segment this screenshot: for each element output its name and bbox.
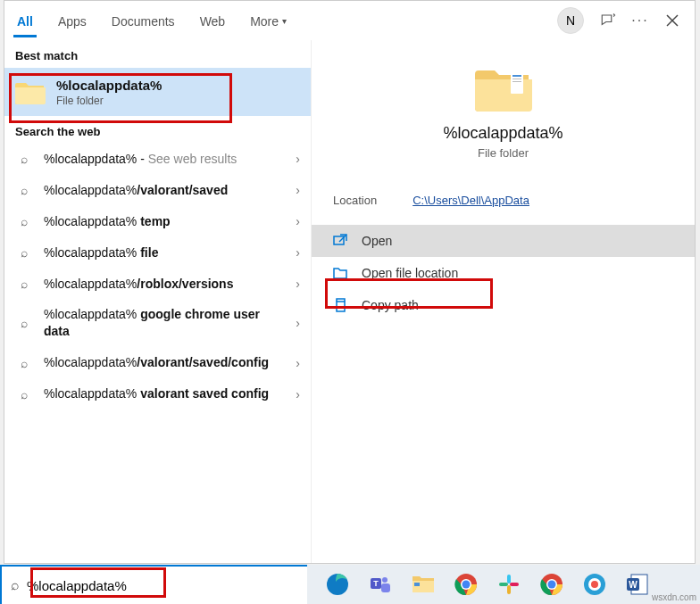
svg-point-16 — [462, 581, 471, 589]
tab-more[interactable]: More ▾ — [238, 4, 299, 37]
svg-rect-11 — [381, 583, 390, 592]
result-text: %localappdata% - See web results — [44, 151, 285, 168]
snagit-icon[interactable] — [582, 572, 607, 597]
svg-point-26 — [591, 581, 598, 588]
chevron-right-icon[interactable]: › — [296, 316, 300, 330]
best-match-text: %localappdata% File folder — [56, 78, 162, 107]
chrome-icon[interactable] — [539, 572, 564, 597]
preview-pane: %localappdata% File folder Location C:\U… — [312, 40, 695, 563]
section-best-match: Best match — [4, 40, 311, 68]
result-text: %localappdata% file — [44, 244, 285, 261]
search-input[interactable] — [27, 578, 298, 593]
action-label: Open — [362, 234, 392, 248]
web-result[interactable]: ⌕ %localappdata%/roblox/versions › — [4, 269, 311, 300]
action-label: Open file location — [362, 266, 458, 280]
more-icon[interactable]: ··· — [632, 12, 648, 29]
web-result[interactable]: ⌕ %localappdata% valorant saved config › — [4, 378, 311, 410]
web-result[interactable]: ⌕ %localappdata%/valorant/saved › — [4, 175, 311, 206]
svg-point-23 — [548, 581, 556, 589]
tab-label: Apps — [58, 14, 87, 29]
folder-icon — [333, 266, 349, 280]
location-row: Location C:\Users\Dell\AppData — [312, 176, 695, 225]
chrome-icon[interactable] — [454, 572, 479, 597]
search-icon: ⌕ — [15, 277, 33, 291]
chevron-right-icon[interactable]: › — [296, 245, 300, 260]
folder-icon — [15, 77, 46, 107]
svg-text:W: W — [629, 580, 638, 590]
svg-rect-18 — [499, 583, 508, 586]
result-text: %localappdata% temp — [44, 213, 285, 230]
location-label: Location — [333, 194, 377, 207]
result-text: %localappdata%/valorant/saved/config — [44, 354, 285, 371]
search-icon: ⌕ — [15, 387, 33, 401]
svg-rect-7 — [337, 302, 345, 311]
preview-header: %localappdata% File folder — [312, 40, 695, 176]
chevron-right-icon[interactable]: › — [296, 356, 300, 370]
svg-text:T: T — [373, 579, 379, 588]
web-result[interactable]: ⌕ %localappdata% google chrome user data… — [4, 299, 311, 347]
word-icon[interactable]: W — [625, 572, 650, 597]
svg-rect-13 — [414, 583, 420, 586]
action-copy-path[interactable]: Copy path — [312, 289, 695, 321]
svg-rect-19 — [507, 585, 511, 594]
avatar-letter: N — [566, 13, 575, 28]
teams-icon[interactable]: T — [368, 572, 393, 597]
tab-web[interactable]: Web — [188, 4, 238, 37]
preview-title: %localappdata% — [443, 124, 562, 143]
avatar[interactable]: N — [557, 7, 584, 34]
chevron-right-icon[interactable]: › — [296, 214, 300, 228]
search-icon: ⌕ — [15, 183, 33, 197]
svg-rect-20 — [510, 583, 519, 586]
result-text: %localappdata%/roblox/versions — [44, 276, 285, 293]
header: All Apps Documents Web More ▾ N ··· — [4, 1, 695, 40]
taskbar-icons: T W — [307, 572, 650, 597]
search-icon: ⌕ — [15, 152, 33, 166]
best-match-item[interactable]: %localappdata% File folder — [4, 68, 311, 116]
search-icon: ⌕ — [11, 577, 20, 593]
search-icon: ⌕ — [15, 316, 33, 330]
tabs: All Apps Documents Web More ▾ — [4, 4, 557, 37]
web-result[interactable]: ⌕ %localappdata% temp › — [4, 206, 311, 237]
result-text: %localappdata%/valorant/saved — [44, 182, 285, 199]
web-result[interactable]: ⌕ %localappdata%/valorant/saved/config › — [4, 347, 311, 378]
web-result[interactable]: ⌕ %localappdata% - See web results › — [4, 144, 311, 175]
close-icon[interactable] — [664, 12, 680, 29]
tab-apps[interactable]: Apps — [46, 4, 99, 37]
tab-all[interactable]: All — [4, 4, 46, 37]
edge-icon[interactable] — [325, 572, 350, 597]
feedback-icon[interactable] — [600, 12, 616, 29]
action-open-location[interactable]: Open file location — [312, 257, 695, 289]
search-icon: ⌕ — [15, 245, 33, 260]
search-box[interactable]: ⌕ — [0, 565, 307, 604]
tab-documents[interactable]: Documents — [99, 4, 188, 37]
header-right: N ··· — [557, 7, 686, 34]
chevron-right-icon[interactable]: › — [296, 183, 300, 197]
preview-subtitle: File folder — [478, 146, 529, 160]
taskbar: ⌕ T W — [0, 565, 700, 604]
tab-label: All — [17, 14, 33, 29]
svg-rect-4 — [512, 79, 521, 79]
chevron-right-icon[interactable]: › — [296, 387, 300, 401]
file-explorer-icon[interactable] — [411, 572, 436, 597]
best-match-subtitle: File folder — [56, 95, 162, 107]
action-open[interactable]: Open — [312, 225, 695, 257]
chevron-right-icon[interactable]: › — [296, 152, 300, 166]
tab-label: More — [250, 14, 279, 29]
tab-label: Web — [200, 14, 226, 29]
svg-rect-5 — [512, 81, 521, 82]
svg-rect-6 — [334, 236, 344, 244]
search-icon: ⌕ — [15, 214, 33, 228]
svg-rect-3 — [512, 75, 521, 77]
web-result[interactable]: ⌕ %localappdata% file › — [4, 237, 311, 269]
results-pane: Best match %localappdata% File folder Se… — [4, 40, 312, 563]
slack-icon[interactable] — [496, 572, 521, 597]
action-label: Copy path — [362, 298, 419, 312]
svg-rect-17 — [507, 575, 511, 583]
chevron-right-icon[interactable]: › — [296, 277, 300, 291]
location-link[interactable]: C:\Users\Dell\AppData — [412, 194, 529, 207]
result-text: %localappdata% valorant saved config — [44, 385, 285, 402]
watermark: wsxdn.com — [652, 592, 696, 602]
section-search-web: Search the web — [4, 116, 311, 144]
search-icon: ⌕ — [15, 356, 33, 370]
svg-point-10 — [382, 577, 388, 583]
